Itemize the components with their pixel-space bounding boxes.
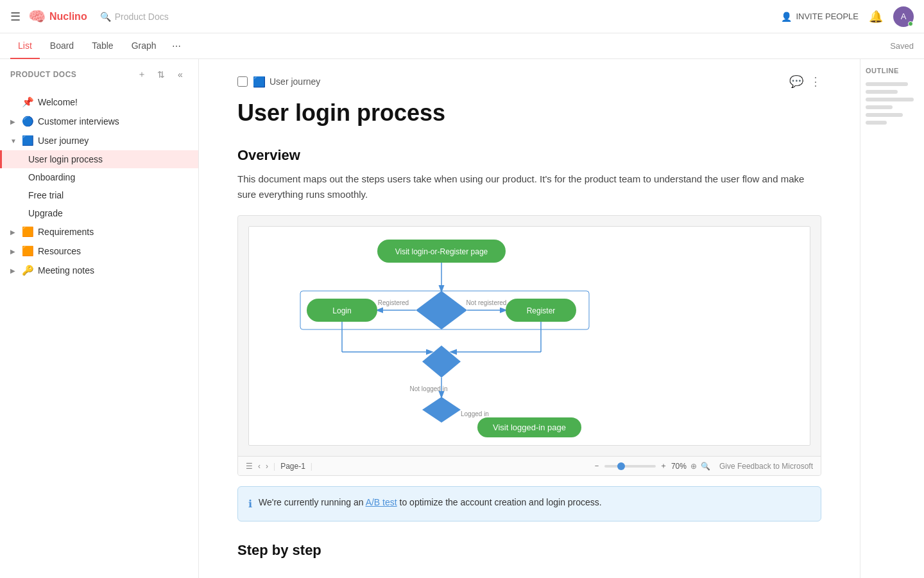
outline-lines: [866, 82, 919, 125]
next-page-button[interactable]: ›: [266, 462, 268, 471]
sidebar-item-label: Customer interviews: [38, 116, 178, 127]
info-text: We're currently running an A/B test to o…: [259, 496, 602, 509]
sidebar-item-label: Meeting notes: [38, 265, 178, 276]
sidebar-item-label: Welcome!: [38, 97, 178, 107]
sidebar: PRODUCT DOCS ＋ ⇅ « 📌 Welcome! ▶ 🔵 Custom…: [0, 59, 199, 578]
diamond-3: [422, 397, 461, 423]
breadcrumb-row: 🟦 User journey 💬 ⋮: [237, 74, 821, 89]
main-layout: PRODUCT DOCS ＋ ⇅ « 📌 Welcome! ▶ 🔵 Custom…: [0, 59, 924, 578]
sidebar-child-upgrade[interactable]: Upgrade: [0, 204, 198, 222]
sidebar-child-user-login-process[interactable]: User login process: [0, 150, 198, 168]
expand-icon: ▶: [10, 267, 19, 274]
expand-icon: ▶: [10, 118, 19, 125]
pin-icon: 📌: [22, 96, 34, 108]
info-text-after: to optimize the account creation and log…: [397, 497, 602, 507]
diamond-1: [416, 291, 467, 329]
info-text-before: We're currently running an: [259, 497, 366, 507]
zoom-out-button[interactable]: －: [593, 460, 601, 471]
sidebar-item-label: Resources: [38, 246, 178, 256]
key-icon: 🔑: [22, 265, 34, 276]
diagram-zoom-area: － ＋ 70% ⊕ 🔍 Give Feedback to Microsoft: [593, 460, 813, 471]
outline-line-2: [866, 90, 898, 94]
cluster-icon: 🟧: [22, 226, 34, 238]
top-nav-right: 👤 INVITE PEOPLE 🔔 A: [781, 6, 914, 27]
sidebar-item-requirements[interactable]: ▶ 🟧 Requirements: [0, 222, 198, 241]
sidebar-header: PRODUCT DOCS ＋ ⇅ «: [0, 59, 198, 90]
sidebar-child-label: Onboarding: [28, 172, 75, 182]
zoom-track[interactable]: [604, 465, 656, 468]
sidebar-child-label: Upgrade: [28, 208, 63, 218]
sidebar-item-meeting-notes[interactable]: ▶ 🔑 Meeting notes: [0, 261, 198, 280]
sidebar-items: 📌 Welcome! ▶ 🔵 Customer interviews ▼ 🟦 U…: [0, 90, 198, 578]
registered-label: Registered: [378, 299, 409, 306]
invite-button[interactable]: 👤 INVITE PEOPLE: [781, 12, 859, 22]
sidebar-item-label: Requirements: [38, 227, 178, 237]
top-nav: ☰ 🧠 Nuclino 🔍 Product Docs 👤 INVITE PEOP…: [0, 0, 924, 33]
online-indicator: [908, 21, 913, 26]
flowchart-diagram: Visit login-or-Register page Registered …: [249, 227, 647, 426]
page-label: Page-1: [280, 462, 305, 471]
step-heading: Step by step: [237, 542, 821, 559]
tabs-more-icon[interactable]: ⋯: [167, 41, 186, 51]
tab-table[interactable]: Table: [84, 33, 121, 59]
breadcrumb-checkbox[interactable]: [237, 76, 248, 87]
search-icon: 🔍: [100, 12, 111, 22]
expand-icon: ▶: [10, 248, 19, 255]
sidebar-item-resources[interactable]: ▶ 🟧 Resources: [0, 241, 198, 261]
prev-page-button[interactable]: ‹: [258, 462, 261, 471]
invite-label: INVITE PEOPLE: [796, 12, 859, 21]
diagram-toolbar: ☰ ‹ › | Page-1 | － ＋ 70% ⊕ 🔍: [238, 456, 821, 475]
menu-icon[interactable]: ☰: [246, 462, 253, 471]
expand-all-button[interactable]: ⇅: [153, 67, 169, 82]
outline-line-6: [866, 121, 887, 125]
collapse-sidebar-button[interactable]: «: [173, 67, 188, 82]
sidebar-child-label: User login process: [28, 154, 103, 164]
visit-logged-in-node: Visit logged-in page: [477, 417, 581, 437]
logo-text: Nuclino: [49, 11, 87, 22]
notification-bell-icon[interactable]: 🔔: [869, 10, 883, 24]
outline-line-3: [866, 98, 914, 101]
comments-icon[interactable]: 💬: [789, 74, 803, 89]
zoom-thumb: [617, 462, 625, 470]
logo-icon: 🧠: [28, 8, 46, 25]
sidebar-child-onboarding[interactable]: Onboarding: [0, 168, 198, 186]
not-registered-label: Not registered: [466, 299, 507, 306]
cluster-icon: 🟧: [22, 245, 34, 257]
login-label: Login: [332, 306, 351, 315]
overview-text: This document maps out the steps users t…: [237, 171, 821, 202]
register-label: Register: [527, 306, 556, 315]
tab-graph[interactable]: Graph: [124, 33, 164, 59]
sidebar-title: PRODUCT DOCS: [10, 70, 129, 79]
expand-icon: ▼: [10, 137, 19, 144]
logo-area[interactable]: 🧠 Nuclino: [28, 8, 87, 25]
sidebar-item-welcome[interactable]: 📌 Welcome!: [0, 92, 198, 112]
person-icon: 👤: [781, 12, 792, 22]
logged-in-label: Logged in: [461, 410, 489, 417]
outline-line-5: [866, 113, 903, 117]
sidebar-item-customer-interviews[interactable]: ▶ 🔵 Customer interviews: [0, 112, 198, 131]
sidebar-item-user-journey[interactable]: ▼ 🟦 User journey: [0, 131, 198, 150]
ab-test-link[interactable]: A/B test: [366, 497, 397, 507]
breadcrumb-icon: 🟦: [253, 76, 266, 88]
tab-board[interactable]: Board: [42, 33, 81, 59]
content-area: 🟦 User journey 💬 ⋮ User login process Ov…: [199, 59, 860, 578]
outline-panel: OUTLINE: [860, 59, 924, 578]
add-item-button[interactable]: ＋: [134, 67, 150, 82]
sidebar-child-label: Free trial: [28, 190, 64, 200]
more-options-icon[interactable]: ⋮: [810, 74, 821, 89]
saved-status: Saved: [890, 41, 914, 51]
fit-icon[interactable]: ⊕: [690, 462, 697, 471]
zoom-in-button[interactable]: ＋: [660, 460, 667, 471]
avatar[interactable]: A: [893, 6, 914, 27]
page-title: User login process: [237, 99, 821, 127]
overview-heading: Overview: [237, 147, 821, 164]
cluster-icon: 🔵: [22, 116, 34, 127]
expand-icon: ▶: [10, 229, 19, 236]
tab-list[interactable]: List: [10, 33, 40, 59]
diagram-svg-area[interactable]: Visit login-or-Register page Registered …: [248, 226, 810, 446]
hamburger-icon[interactable]: ☰: [10, 10, 21, 24]
search-area[interactable]: 🔍 Product Docs: [100, 12, 774, 22]
sidebar-child-free-trial[interactable]: Free trial: [0, 186, 198, 204]
search-zoom-icon[interactable]: 🔍: [701, 462, 710, 471]
search-text: Product Docs: [115, 12, 169, 22]
